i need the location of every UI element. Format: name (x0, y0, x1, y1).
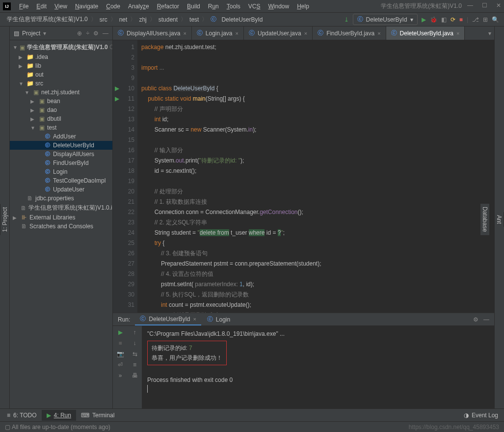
menu-analyze[interactable]: Analyze (125, 1, 153, 11)
minimize-icon[interactable]: — (467, 2, 473, 9)
tree-class[interactable]: ⓒUpdateUser (10, 185, 112, 194)
breadcrumb-item[interactable]: student (157, 15, 180, 24)
tree-folder-test[interactable]: ▼▣test (10, 123, 112, 132)
menu-build[interactable]: Build (184, 1, 204, 11)
project-tool-tab[interactable]: 1: Project (0, 204, 9, 235)
gutter: 1239▶10▶11121314151617181920212223242526… (113, 40, 137, 313)
menu-window[interactable]: Window (265, 1, 292, 11)
search-button[interactable]: 🔍 (492, 16, 499, 23)
event-log-icon[interactable]: ◑ (464, 412, 469, 419)
tabs-overflow-icon[interactable]: ▾ (485, 30, 494, 37)
breadcrumb-item[interactable]: test (187, 15, 201, 24)
database-tool-tab[interactable]: Database (480, 204, 490, 235)
close-tab-icon[interactable]: × (236, 30, 239, 36)
editor-tab[interactable]: ⓒUpdateUser.java× (244, 27, 313, 40)
breadcrumb-item[interactable]: net (117, 15, 130, 24)
run-configuration-dropdown[interactable]: ⓒ DeleteUserById ▾ (353, 14, 418, 25)
editor-tab[interactable]: ⓒFindUserById.java× (313, 27, 386, 40)
tree-root[interactable]: ▼▣学生信息管理系统(朱虹菊)V1.0 C:\ (10, 42, 112, 53)
up-icon[interactable]: ↑ (133, 329, 136, 336)
vcs-button[interactable]: ⎇ (472, 16, 479, 23)
tree-class[interactable]: ⓒDisplayAllUsers (10, 150, 112, 159)
menu-help[interactable]: Help (293, 1, 313, 11)
console-line: "C:\Program Files\Java\jdk1.8.0_191\bin\… (147, 329, 489, 339)
tree-folder-src[interactable]: ▼📁src (10, 79, 112, 88)
build-icon[interactable]: ⤓ (344, 16, 349, 23)
tree-scratches[interactable]: 🗎Scratches and Consoles (10, 222, 112, 231)
close-tab-icon[interactable]: × (193, 316, 196, 322)
code-area[interactable]: package net.zhj.student.test;import ...p… (137, 40, 494, 313)
menu-run[interactable]: Run (205, 1, 222, 11)
close-tab-icon[interactable]: × (377, 30, 380, 36)
run-bottom-tab[interactable]: ▶4: Run (42, 410, 76, 421)
rerun-icon[interactable]: ▶ (118, 329, 123, 336)
close-tab-icon[interactable]: × (183, 30, 186, 36)
menu-edit[interactable]: Edit (33, 1, 50, 11)
tree-class[interactable]: ⓒAddUser (10, 132, 112, 141)
editor-tab[interactable]: ⓒDisplayAllUsers.java× (113, 27, 192, 40)
terminal-tab[interactable]: ⌨Terminal (76, 410, 119, 421)
gear-icon[interactable]: ⚙ (93, 30, 99, 37)
tree-file-iml[interactable]: 🗎学生信息管理系统(朱虹菊)V1.0.iml (10, 203, 112, 213)
print-icon[interactable]: 🖶 (132, 372, 138, 379)
tree-class[interactable]: ⓒFindUserById (10, 159, 112, 167)
stop-button[interactable]: ■ (459, 16, 463, 23)
breadcrumb-item[interactable]: zhj (137, 15, 148, 24)
windows-icon[interactable]: ▢ (5, 424, 10, 431)
locate-icon[interactable]: ⊕ (77, 30, 82, 37)
menu-code[interactable]: Code (103, 1, 124, 11)
tree-class-selected[interactable]: ⓒDeleteUserById (10, 141, 112, 150)
tree-folder-lib[interactable]: ▶📁lib (10, 61, 112, 70)
close-tab-icon[interactable]: × (304, 30, 307, 36)
run-button[interactable]: ▶ (422, 16, 426, 23)
breadcrumb-item[interactable]: 学生信息管理系统(朱虹菊)V1.0 (5, 14, 90, 25)
editor-tab[interactable]: ⓒLogin.java× (192, 27, 244, 40)
menu-refactor[interactable]: Refactor (154, 1, 183, 11)
menu-vcs[interactable]: VCS (245, 1, 264, 11)
coverage-button[interactable]: ◧ (441, 16, 447, 23)
down-icon[interactable]: ↓ (133, 340, 136, 347)
more-icon[interactable]: » (119, 372, 122, 379)
run-tab[interactable]: ⓒLogin (202, 313, 235, 325)
console-output[interactable]: "C:\Program Files\Java\jdk1.8.0_191\bin\… (142, 326, 494, 408)
breadcrumb-item[interactable]: src (98, 15, 109, 24)
gear-icon[interactable]: ⚙ (473, 316, 478, 323)
breadcrumb-item[interactable]: DeleteUserById (219, 15, 265, 24)
run-tab-active[interactable]: ⓒDeleteUserById× (135, 313, 201, 325)
hide-icon[interactable]: — (103, 30, 108, 37)
editor[interactable]: 1239▶10▶11121314151617181920212223242526… (113, 40, 494, 313)
wrap-icon[interactable]: ⇆ (133, 351, 137, 357)
tree-folder-idea[interactable]: ▶📁.idea (10, 53, 112, 61)
tree-folder-out[interactable]: 📁out (10, 70, 112, 79)
menu-tools[interactable]: Tools (223, 1, 244, 11)
ant-tool-tab[interactable]: Ant (495, 212, 504, 227)
tree-class[interactable]: ⓒTestCollegeDaoImpl (10, 176, 112, 185)
editor-tab-active[interactable]: ⓒDeleteUserById.java× (386, 27, 465, 40)
sidebar-title: Project (22, 30, 40, 37)
tree-external-libs[interactable]: ▶⊪External Libraries (10, 213, 112, 222)
collapse-icon[interactable]: ÷ (86, 30, 89, 37)
tree-folder-bean[interactable]: ▶▣bean (10, 97, 112, 106)
camera-icon[interactable]: 📷 (117, 351, 124, 357)
close-tab-icon[interactable]: × (456, 30, 459, 36)
structure-button[interactable]: ⊞ (483, 16, 488, 23)
tree-class[interactable]: ⓒLogin (10, 167, 112, 176)
exit-icon[interactable]: ⏎ (118, 361, 123, 368)
tree-package[interactable]: ▼▣net.zhj.student (10, 88, 112, 97)
todo-tab[interactable]: ≡6: TODO (2, 410, 42, 421)
close-icon[interactable]: ✕ (496, 2, 501, 9)
menu-view[interactable]: View (51, 1, 71, 11)
menu-navigate[interactable]: Navigate (72, 1, 102, 11)
menu-file[interactable]: File (16, 1, 32, 11)
profile-button[interactable]: ⟳ (451, 16, 455, 23)
menu-bar: File Edit View Navigate Code Analyze Ref… (16, 1, 313, 11)
debug-button[interactable]: 🐞 (430, 16, 437, 23)
tree-file-jdbc[interactable]: 🗎jdbc.properties (10, 194, 112, 203)
event-log-label[interactable]: Event Log (472, 412, 498, 419)
hide-icon[interactable]: — (483, 316, 489, 323)
tree-folder-dbutil[interactable]: ▶▣dbutil (10, 114, 112, 123)
maximize-icon[interactable]: ☐ (482, 2, 487, 9)
tree-folder-dao[interactable]: ▶▣dao (10, 106, 112, 114)
stop-icon[interactable]: ■ (118, 340, 122, 347)
scroll-icon[interactable]: ≡ (133, 361, 136, 368)
